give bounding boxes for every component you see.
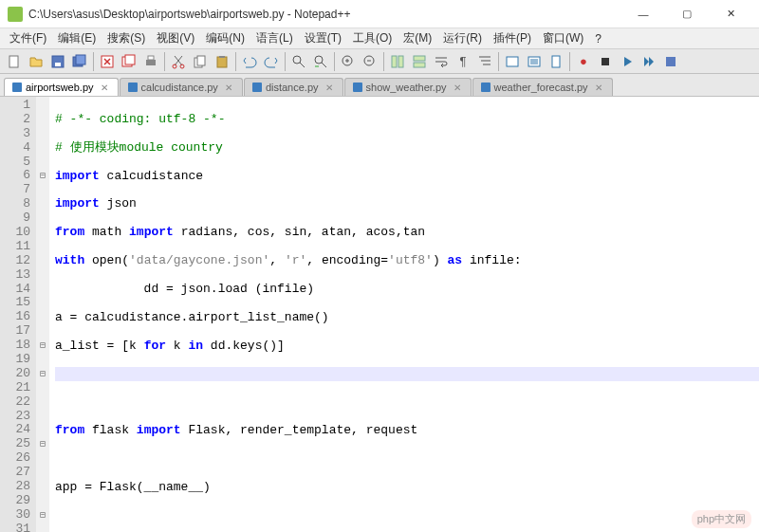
menu-macro[interactable]: 宏(M) xyxy=(398,28,437,48)
doc-map-icon[interactable] xyxy=(546,51,566,72)
svg-point-16 xyxy=(293,56,301,64)
svg-rect-14 xyxy=(217,57,227,67)
undo-icon[interactable] xyxy=(239,51,260,72)
cut-icon[interactable] xyxy=(168,51,189,72)
maximize-button[interactable]: ▢ xyxy=(666,1,708,28)
save-icon[interactable] xyxy=(47,51,68,72)
tab-close-icon[interactable]: ✕ xyxy=(454,83,461,93)
tab-close-icon[interactable]: ✕ xyxy=(225,83,232,93)
python-file-icon xyxy=(128,83,138,92)
svg-rect-27 xyxy=(602,58,609,65)
menu-window[interactable]: 窗口(W) xyxy=(537,28,589,48)
svg-rect-22 xyxy=(414,56,425,61)
tab-distance[interactable]: distance.py✕ xyxy=(244,78,343,96)
minimize-button[interactable]: — xyxy=(622,1,664,28)
menu-view[interactable]: 视图(V) xyxy=(151,28,200,48)
svg-rect-15 xyxy=(219,56,225,58)
menu-run[interactable]: 运行(R) xyxy=(437,28,488,48)
tab-close-icon[interactable]: ✕ xyxy=(101,83,108,93)
svg-rect-21 xyxy=(398,56,403,67)
toolbar-separator xyxy=(164,52,165,71)
tab-label: show_weather.py xyxy=(366,82,447,93)
code-editor[interactable]: 1234567891011121314151617181920212223242… xyxy=(0,97,759,532)
svg-rect-13 xyxy=(197,56,205,65)
python-file-icon xyxy=(481,83,491,92)
menu-help[interactable]: ? xyxy=(589,30,607,47)
app-icon xyxy=(8,7,23,22)
menu-plugins[interactable]: 插件(P) xyxy=(488,28,537,48)
svg-rect-8 xyxy=(146,60,156,65)
menu-settings[interactable]: 设置(T) xyxy=(299,28,347,48)
stop-macro-icon[interactable] xyxy=(595,51,616,72)
svg-rect-4 xyxy=(76,55,85,64)
new-file-icon[interactable] xyxy=(4,51,25,72)
save-macro-icon[interactable] xyxy=(660,51,681,72)
close-all-icon[interactable] xyxy=(119,51,139,72)
svg-rect-7 xyxy=(125,55,135,64)
svg-rect-26 xyxy=(552,56,560,67)
paste-icon[interactable] xyxy=(212,51,232,72)
tab-label: weather_forecast.py xyxy=(494,82,588,93)
sync-horiz-icon[interactable] xyxy=(409,51,430,72)
svg-rect-9 xyxy=(148,56,154,60)
indent-guide-icon[interactable] xyxy=(474,51,495,72)
tab-showweather[interactable]: show_weather.py✕ xyxy=(344,78,472,96)
folder-tree-icon[interactable] xyxy=(502,51,523,72)
window-controls: — ▢ ✕ xyxy=(622,1,751,28)
tab-calcudistance[interactable]: calcudistance.py✕ xyxy=(120,78,243,96)
zoom-out-icon[interactable] xyxy=(360,51,380,72)
menu-file[interactable]: 文件(F) xyxy=(4,28,52,48)
print-icon[interactable] xyxy=(140,51,161,72)
tab-label: airportsweb.py xyxy=(26,82,94,93)
menubar: 文件(F) 编辑(E) 搜索(S) 视图(V) 编码(N) 语言(L) 设置(T… xyxy=(0,28,759,49)
menu-language[interactable]: 语言(L) xyxy=(250,28,299,48)
play-macro-icon[interactable] xyxy=(617,51,638,72)
tab-close-icon[interactable]: ✕ xyxy=(595,83,602,93)
function-list-icon[interactable] xyxy=(524,51,545,72)
zoom-in-icon[interactable] xyxy=(338,51,359,72)
code-content[interactable]: # -*- coding: utf-8 -*- # 使用模块module cou… xyxy=(49,97,759,532)
toolbar: ¶ ● xyxy=(0,49,759,74)
tab-label: calcudistance.py xyxy=(141,82,218,93)
tab-label: distance.py xyxy=(266,82,319,93)
svg-rect-0 xyxy=(9,56,18,67)
save-all-icon[interactable] xyxy=(69,51,90,72)
titlebar: C:\Users\asus\Desktop\airportsweb\airpor… xyxy=(0,0,759,28)
open-file-icon[interactable] xyxy=(26,51,46,72)
toolbar-separator xyxy=(93,52,94,71)
close-button[interactable]: ✕ xyxy=(710,1,751,28)
fold-gutter[interactable]: ⊟ ⊟⊟ ⊟ ⊟ ⊟ xyxy=(36,97,49,532)
toolbar-separator xyxy=(569,52,570,71)
tab-close-icon[interactable]: ✕ xyxy=(325,83,333,93)
svg-rect-28 xyxy=(666,57,676,66)
find-icon[interactable] xyxy=(288,51,309,72)
menu-tools[interactable]: 工具(O) xyxy=(347,28,398,48)
svg-rect-23 xyxy=(414,63,425,67)
toolbar-separator xyxy=(334,52,335,71)
wrap-icon[interactable] xyxy=(431,51,452,72)
menu-encoding[interactable]: 编码(N) xyxy=(200,28,250,48)
line-number-gutter: 1234567891011121314151617181920212223242… xyxy=(0,97,36,532)
svg-rect-20 xyxy=(392,56,397,67)
watermark: php中文网 xyxy=(692,510,751,528)
python-file-icon xyxy=(252,83,262,92)
tab-weatherforecast[interactable]: weather_forecast.py✕ xyxy=(472,78,613,96)
close-file-icon[interactable] xyxy=(97,51,118,72)
tab-airportsweb[interactable]: airportsweb.py✕ xyxy=(4,78,119,96)
fast-macro-icon[interactable] xyxy=(639,51,659,72)
python-file-icon xyxy=(12,83,22,92)
redo-icon[interactable] xyxy=(261,51,282,72)
tabbar: airportsweb.py✕ calcudistance.py✕ distan… xyxy=(0,74,759,97)
toolbar-separator xyxy=(285,52,286,71)
replace-icon[interactable] xyxy=(310,51,331,72)
menu-search[interactable]: 搜索(S) xyxy=(102,28,151,48)
sync-vert-icon[interactable] xyxy=(387,51,408,72)
menu-edit[interactable]: 编辑(E) xyxy=(52,28,102,48)
show-all-chars-icon[interactable]: ¶ xyxy=(453,51,473,72)
svg-rect-2 xyxy=(55,63,61,66)
record-macro-icon[interactable]: ● xyxy=(573,51,594,72)
window-title: C:\Users\asus\Desktop\airportsweb\airpor… xyxy=(28,8,622,21)
python-file-icon xyxy=(353,83,362,92)
copy-icon[interactable] xyxy=(190,51,211,72)
svg-rect-24 xyxy=(507,57,518,66)
